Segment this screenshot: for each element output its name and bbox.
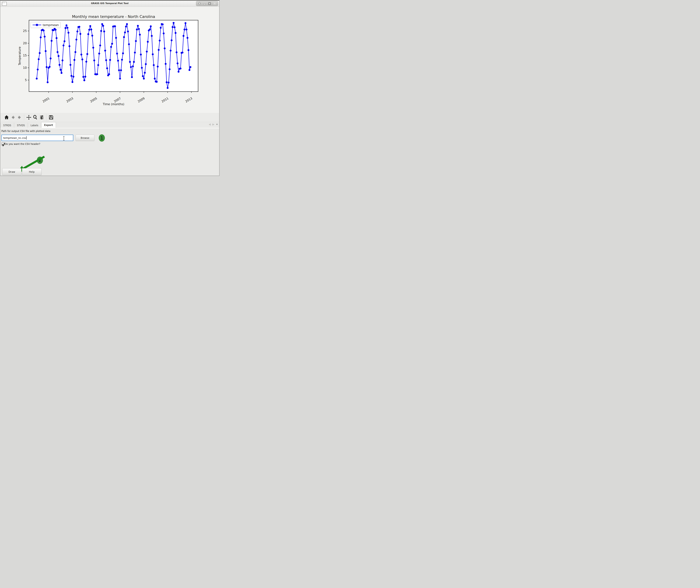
legend-marker: [36, 24, 38, 26]
tab-strds[interactable]: STRDS: [0, 123, 14, 128]
tab-export[interactable]: Export: [41, 122, 56, 128]
csv-path-value: tempmean_nc.csv: [3, 136, 26, 139]
csv-header-checkbox-row: Do you want the CSV header?: [1, 143, 40, 145]
step-2-badge: 2: [37, 157, 43, 164]
pan-icon[interactable]: [26, 114, 32, 121]
configure-subplots-icon[interactable]: [39, 114, 45, 121]
svg-text:5: 5: [25, 78, 27, 82]
legend-label: tempmean: [43, 23, 59, 27]
csv-header-label: Do you want the CSV header?: [5, 143, 40, 145]
csv-path-input[interactable]: tempmean_nc.csv: [1, 135, 73, 141]
y-axis-label: Temperature: [18, 46, 21, 65]
chart-title: Monthly mean temperature - North Carolin…: [72, 14, 155, 19]
zoom-icon[interactable]: [32, 114, 39, 121]
tab-stvds[interactable]: STVDS: [14, 123, 28, 128]
tab-scroll-right-icon[interactable]: ▷: [213, 123, 214, 126]
plot-toolbar: [0, 113, 219, 122]
text-caret: [26, 136, 27, 139]
maximize-icon[interactable]: [208, 2, 211, 5]
svg-text:2003: 2003: [66, 97, 74, 103]
ibeam-cursor-icon: [62, 136, 65, 141]
chart-legend[interactable]: tempmean: [31, 22, 60, 28]
back-icon[interactable]: [10, 114, 16, 121]
toolbar-separator: [24, 114, 24, 120]
svg-text:15: 15: [23, 54, 27, 57]
checkmark-icon: [2, 143, 4, 146]
svg-text:20: 20: [23, 42, 27, 45]
x-axis-label: Time (months): [103, 102, 124, 106]
tab-scroll-left-icon[interactable]: ◁: [209, 123, 211, 126]
path-output-label: Path for output CSV file with plotted da…: [1, 130, 50, 132]
export-panel: Path for output CSV file with plotted da…: [0, 128, 219, 176]
home-icon[interactable]: [3, 114, 10, 121]
forward-icon[interactable]: [16, 114, 23, 121]
close-icon[interactable]: [213, 2, 216, 5]
svg-text:10: 10: [23, 66, 27, 69]
window-controls: [196, 1, 218, 6]
tab-labels[interactable]: Labels: [28, 123, 41, 128]
browse-button[interactable]: Browse: [76, 135, 94, 141]
help-button[interactable]: Help: [22, 168, 42, 175]
window-title: GRASS GIS Temporal Plot Tool: [0, 2, 219, 5]
shade-window-icon[interactable]: [198, 2, 201, 5]
title-bar[interactable]: GRASS GIS Temporal Plot Tool: [0, 1, 219, 7]
temperature-chart: Monthly mean temperature - North Carolin…: [0, 7, 220, 113]
tab-bar: STRDS STVDS Labels Export ◁ ▷ ✕: [0, 122, 219, 128]
minimize-icon[interactable]: [203, 2, 206, 5]
step-1-badge: 1: [99, 134, 105, 142]
tab-controls: ◁ ▷ ✕: [209, 123, 218, 126]
app-window: GRASS GIS Temporal Plot Tool Monthly mea…: [0, 0, 220, 176]
save-icon[interactable]: [48, 114, 54, 121]
tab-close-icon[interactable]: ✕: [216, 123, 218, 126]
svg-text:2009: 2009: [137, 97, 145, 103]
svg-text:2013: 2013: [185, 97, 193, 103]
svg-text:2011: 2011: [161, 97, 169, 103]
svg-text:2005: 2005: [90, 97, 98, 103]
svg-text:25: 25: [23, 29, 27, 33]
plot-canvas[interactable]: Monthly mean temperature - North Carolin…: [0, 7, 219, 113]
csv-header-checkbox[interactable]: [1, 143, 4, 145]
plot-area: [29, 20, 198, 92]
svg-text:2001: 2001: [42, 97, 50, 103]
draw-button[interactable]: Draw: [2, 168, 21, 175]
svg-text:2007: 2007: [113, 97, 122, 103]
